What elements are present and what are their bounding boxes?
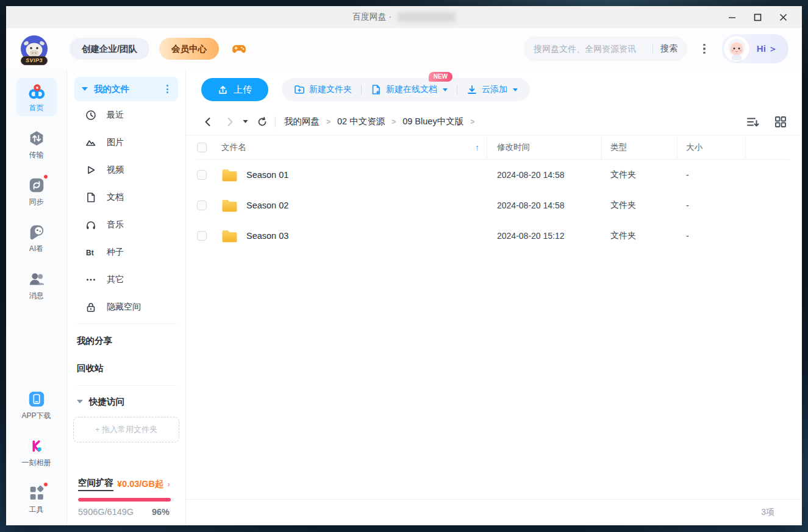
nav-item-recycle-bin[interactable]: 回收站	[67, 355, 185, 382]
clock-icon	[85, 110, 96, 121]
breadcrumb-item-root[interactable]: 我的网盘	[284, 116, 320, 127]
maximize-button[interactable]	[747, 9, 768, 26]
upload-button[interactable]: 上传	[201, 78, 268, 101]
rail-item-yike-album[interactable]: 一刻相册	[16, 433, 57, 471]
table-row[interactable]: Season 03 2024-08-20 15:12 文件夹 -	[197, 221, 790, 251]
history-dropdown-icon[interactable]	[241, 118, 249, 125]
breadcrumb-separator: >	[326, 118, 331, 126]
chevron-down-icon	[513, 88, 518, 91]
document-icon	[85, 192, 96, 203]
back-button[interactable]	[201, 115, 215, 129]
row-checkbox[interactable]	[197, 200, 207, 210]
toolbar-divider	[457, 85, 457, 94]
nav-item-music[interactable]: 音乐	[67, 211, 185, 238]
storage-usage: 5906G/6149G	[78, 507, 134, 517]
file-name[interactable]: Season 03	[246, 231, 288, 241]
storage-expand-link[interactable]: 空间扩容 ¥0.03/GB起 ›	[78, 477, 174, 491]
storage-panel: 空间扩容 ¥0.03/GB起 › 5906G/6149G 96%	[67, 477, 185, 517]
chevron-down-icon	[443, 88, 448, 91]
rail-item-transfer[interactable]: 传输	[16, 125, 57, 163]
toolbar-divider	[361, 85, 362, 94]
refresh-button[interactable]	[256, 115, 269, 129]
sync-notification-dot	[43, 174, 48, 179]
rail-item-tools[interactable]: 工具	[16, 480, 57, 518]
row-checkbox[interactable]	[197, 170, 207, 180]
my-files-more-icon[interactable]	[164, 82, 171, 96]
file-size: -	[678, 160, 746, 190]
nav-item-torrents[interactable]: Bt 种子	[67, 238, 185, 266]
row-checkbox[interactable]	[197, 231, 207, 241]
close-button[interactable]	[773, 9, 793, 26]
breadcrumb-row: 我的网盘 > 02 中文资源 > 09 Bluey中文版 >	[186, 108, 802, 135]
rail-item-app-download[interactable]: APP下载	[16, 386, 57, 424]
sync-icon	[27, 176, 46, 194]
tools-notification-dot	[43, 482, 48, 487]
transfer-icon	[27, 129, 46, 147]
cloud-add-button[interactable]: 云添加	[467, 84, 518, 95]
table-header: 文件名 ↑ 修改时间 类型 大小	[197, 135, 790, 160]
file-name[interactable]: Season 01	[246, 170, 288, 180]
cloud-add-icon	[467, 84, 477, 95]
breadcrumb-item-2[interactable]: 09 Bluey中文版	[402, 116, 463, 127]
rail-item-ai-view[interactable]: AI看	[16, 219, 57, 257]
nav-item-other[interactable]: 其它	[67, 266, 185, 293]
game-center-icon[interactable]	[231, 41, 247, 57]
breadcrumb-item-1[interactable]: 02 中文资源	[337, 116, 385, 127]
table-row[interactable]: Season 02 2024-08-20 14:58 文件夹 -	[197, 190, 790, 221]
window-title-redacted	[398, 12, 456, 22]
more-menu-icon[interactable]	[698, 39, 710, 59]
rail-item-sync[interactable]: 同步	[16, 172, 57, 210]
nav-item-my-shares[interactable]: 我的分享	[67, 327, 185, 355]
nav-item-hidden-space[interactable]: 隐藏空间	[67, 293, 185, 321]
nav-item-pictures[interactable]: 图片	[67, 129, 185, 156]
new-online-doc-button[interactable]: NEW 新建在线文档	[371, 84, 448, 95]
search-button[interactable]: 搜索	[660, 43, 678, 54]
storage-percent: 96%	[152, 507, 170, 517]
upload-icon	[218, 85, 228, 95]
lock-icon	[85, 302, 96, 313]
sort-order-button[interactable]	[746, 116, 760, 128]
picture-icon	[85, 137, 96, 148]
nav-my-files[interactable]: 我的文件	[74, 77, 178, 101]
select-all-checkbox[interactable]	[197, 143, 207, 152]
nav-item-documents[interactable]: 文档	[67, 183, 185, 211]
breadcrumb-divider	[275, 116, 276, 127]
file-name[interactable]: Season 02	[246, 200, 288, 210]
column-header-size[interactable]: 大小	[678, 135, 746, 159]
quick-access-triangle-icon	[77, 400, 83, 403]
folder-icon	[221, 168, 238, 182]
minimize-button[interactable]	[721, 9, 742, 26]
user-avatar[interactable]: SVIP3	[20, 34, 49, 63]
column-header-name[interactable]: 文件名 ↑	[219, 135, 487, 159]
toolbar-group: 新建文件夹 NEW 新建在线文档	[282, 78, 530, 101]
column-header-extra	[746, 135, 790, 159]
new-folder-button[interactable]: 新建文件夹	[294, 84, 352, 95]
rail-item-messages[interactable]: 消息	[16, 266, 57, 304]
nav-divider	[77, 385, 177, 386]
search-bar: 搜索	[524, 37, 687, 61]
sort-ascending-icon: ↑	[475, 143, 479, 152]
forward-button[interactable]	[223, 115, 237, 129]
search-input[interactable]	[534, 44, 645, 54]
assistant-button[interactable]: Hi ＞	[721, 34, 788, 63]
create-team-button[interactable]: 创建企业/团队	[70, 38, 149, 60]
file-type: 文件夹	[602, 221, 678, 251]
nav-item-recent[interactable]: 最近	[67, 101, 185, 129]
rail-item-home[interactable]: 首页	[16, 78, 57, 116]
column-header-type[interactable]: 类型	[602, 135, 678, 159]
vip-center-button[interactable]: 会员中心	[159, 38, 219, 60]
new-doc-icon	[371, 84, 382, 95]
file-type: 文件夹	[602, 160, 678, 190]
nav-quick-access[interactable]: 快捷访问	[67, 389, 185, 414]
search-divider	[652, 43, 653, 54]
new-badge: NEW	[429, 72, 452, 82]
column-header-time[interactable]: 修改时间	[487, 135, 602, 159]
drop-favorite-folder-zone[interactable]: + 拖入常用文件夹	[73, 417, 179, 442]
grid-view-button[interactable]	[774, 116, 787, 128]
nav-item-videos[interactable]: 视频	[67, 156, 185, 183]
messages-icon	[27, 270, 46, 288]
collapse-triangle-icon[interactable]	[82, 87, 88, 91]
app-window: 百度网盘 ·	[6, 6, 802, 525]
table-row[interactable]: Season 01 2024-08-20 14:58 文件夹 -	[197, 160, 790, 190]
toolbar: 上传 新建文件夹 NEW	[186, 69, 802, 108]
